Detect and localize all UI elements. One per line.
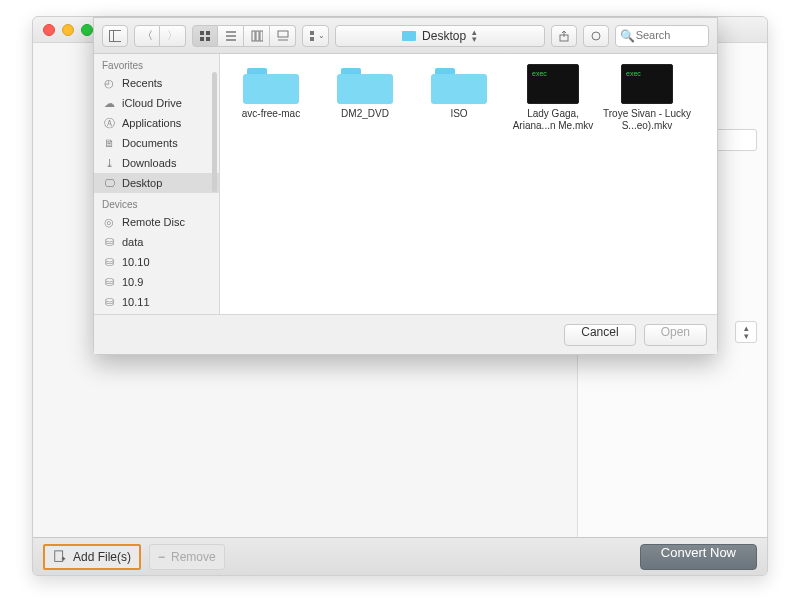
- convert-now-button[interactable]: Convert Now: [640, 544, 757, 570]
- cancel-button[interactable]: Cancel: [564, 324, 635, 346]
- folder-icon: [337, 64, 393, 104]
- sidebar-item-1011[interactable]: ⛁10.11: [94, 292, 219, 312]
- apps-icon: Ⓐ: [102, 116, 116, 130]
- svg-rect-8: [206, 37, 210, 41]
- svg-rect-12: [252, 31, 255, 41]
- column-view-button[interactable]: [244, 25, 270, 47]
- sidebar-item-label: Desktop: [122, 177, 162, 189]
- drive-icon: ⛁: [102, 275, 116, 289]
- disc-icon: ◎: [102, 215, 116, 229]
- share-button[interactable]: [551, 25, 577, 47]
- sidebar-item-label: Applications: [122, 117, 181, 129]
- icon-view-button[interactable]: [192, 25, 218, 47]
- toggle-sidebar-button[interactable]: [102, 25, 128, 47]
- sidebar-header-favorites: Favorites: [94, 54, 219, 73]
- coverflow-view-button[interactable]: [270, 25, 296, 47]
- group-by-button[interactable]: ⌄: [302, 25, 329, 47]
- folder-icon: [402, 31, 416, 41]
- file-open-dialog: 〈 〉 ⌄: [93, 17, 718, 355]
- video-file-icon: exec: [621, 64, 673, 104]
- sidebar-item-label: Recents: [122, 77, 162, 89]
- sidebar-item-1010[interactable]: ⛁10.10: [94, 252, 219, 272]
- updown-icon: ▴▾: [472, 29, 477, 43]
- clock-icon: ◴: [102, 76, 116, 90]
- video-file-icon: exec: [527, 64, 579, 104]
- svg-rect-7: [200, 37, 204, 41]
- sidebar-item-label: 10.10: [122, 256, 150, 268]
- folder-icon: [431, 64, 487, 104]
- gallery-icon: [277, 30, 289, 42]
- share-icon: [558, 30, 570, 42]
- file-name: Lady Gaga, Ariana...n Me.mkv: [508, 108, 598, 132]
- file-name: ISO: [450, 108, 467, 120]
- add-file-icon: [53, 550, 67, 564]
- sidebar-item-downloads[interactable]: ⤓Downloads: [94, 153, 219, 173]
- file-item[interactable]: exec Lady Gaga, Ariana...n Me.mkv: [508, 64, 598, 132]
- sidebar-scrollbar[interactable]: [212, 72, 217, 192]
- drive-icon: ⛁: [102, 255, 116, 269]
- list-view-button[interactable]: [218, 25, 244, 47]
- path-popup[interactable]: Desktop ▴▾: [335, 25, 545, 47]
- back-button[interactable]: 〈: [134, 25, 160, 47]
- chevron-right-icon: 〉: [167, 28, 178, 43]
- settings-stepper[interactable]: ▴▾: [735, 321, 757, 343]
- search-field[interactable]: 🔍 Search: [615, 25, 709, 47]
- minimize-window-button[interactable]: [62, 24, 74, 36]
- sidebar-item-label: 10.11: [122, 296, 150, 308]
- file-name: Troye Sivan - Lucky S...eo).mkv: [602, 108, 692, 132]
- dialog-sidebar: Favorites ◴Recents ☁iCloud Drive ⒶApplic…: [94, 54, 220, 314]
- zoom-window-button[interactable]: [81, 24, 93, 36]
- sidebar-item-label: data: [122, 236, 143, 248]
- app-window: ▴▾ Add File(s) − Remove Convert Now 〈 〉: [32, 16, 768, 576]
- sidebar-item-documents[interactable]: 🗎Documents: [94, 133, 219, 153]
- svg-rect-13: [256, 31, 259, 41]
- document-icon: 🗎: [102, 136, 116, 150]
- sidebar-item-label: Remote Disc: [122, 216, 185, 228]
- sidebar-item-desktop[interactable]: 🖵Desktop: [94, 173, 219, 193]
- file-name: DM2_DVD: [341, 108, 389, 120]
- svg-rect-14: [260, 31, 263, 41]
- file-item[interactable]: DM2_DVD: [320, 64, 410, 120]
- chevron-down-icon: ⌄: [318, 31, 325, 40]
- sidebar-item-icloud[interactable]: ☁iCloud Drive: [94, 93, 219, 113]
- svg-rect-3: [110, 30, 122, 41]
- sidebar-header-devices: Devices: [94, 193, 219, 212]
- tags-button[interactable]: [583, 25, 609, 47]
- file-item[interactable]: ISO: [414, 64, 504, 120]
- sidebar-item-data[interactable]: ⛁data: [94, 232, 219, 252]
- open-label: Open: [661, 325, 690, 339]
- file-grid: avc-free-mac DM2_DVD ISO exec Lady Gaga,…: [220, 54, 717, 314]
- folder-icon: [243, 64, 299, 104]
- desktop-icon: 🖵: [102, 176, 116, 190]
- view-mode-group: [192, 25, 296, 47]
- close-window-button[interactable]: [43, 24, 55, 36]
- svg-point-23: [592, 32, 600, 40]
- dialog-footer: Cancel Open: [94, 314, 717, 354]
- sidebar-item-label: iCloud Drive: [122, 97, 182, 109]
- file-item[interactable]: exec Troye Sivan - Lucky S...eo).mkv: [602, 64, 692, 132]
- sidebar-item-remote-disc[interactable]: ◎Remote Disc: [94, 212, 219, 232]
- cancel-label: Cancel: [581, 325, 618, 339]
- svg-rect-5: [200, 31, 204, 35]
- open-button[interactable]: Open: [644, 324, 707, 346]
- svg-rect-19: [310, 37, 314, 41]
- columns-icon: [251, 30, 263, 42]
- remove-label: Remove: [171, 550, 216, 564]
- svg-rect-0: [55, 550, 63, 561]
- forward-button[interactable]: 〉: [160, 25, 186, 47]
- file-item[interactable]: avc-free-mac: [226, 64, 316, 120]
- sidebar-item-applications[interactable]: ⒶApplications: [94, 113, 219, 133]
- sidebar-item-label: Downloads: [122, 157, 176, 169]
- svg-rect-15: [278, 31, 288, 37]
- exec-tag: exec: [626, 68, 641, 80]
- grid-icon: [199, 30, 211, 42]
- minus-icon: −: [158, 550, 165, 564]
- tag-icon: [590, 30, 602, 42]
- cloud-icon: ☁: [102, 96, 116, 110]
- list-icon: [225, 30, 237, 42]
- add-files-button[interactable]: Add File(s): [43, 544, 141, 570]
- sidebar-item-109[interactable]: ⛁10.9: [94, 272, 219, 292]
- sidebar-item-label: Documents: [122, 137, 178, 149]
- sidebar-item-recents[interactable]: ◴Recents: [94, 73, 219, 93]
- remove-button[interactable]: − Remove: [149, 544, 225, 570]
